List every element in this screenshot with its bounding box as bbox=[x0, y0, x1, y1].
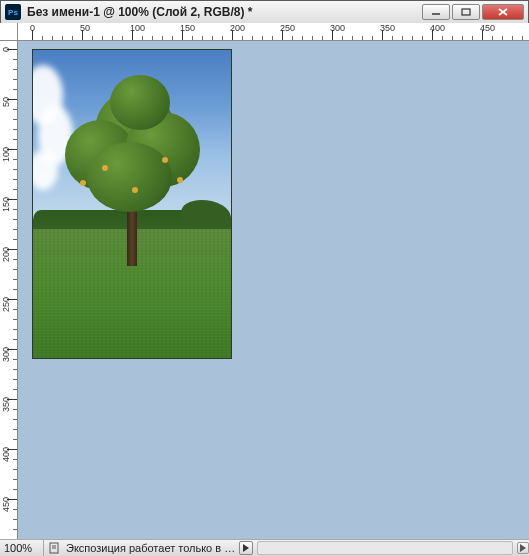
document-info-icon[interactable] bbox=[47, 541, 61, 555]
ruler-h-label: 300 bbox=[330, 23, 345, 33]
ruler-v-label: 300 bbox=[1, 347, 11, 362]
ruler-h-label: 100 bbox=[130, 23, 145, 33]
ruler-h-label: 0 bbox=[30, 23, 35, 33]
chevron-right-icon bbox=[520, 544, 526, 552]
ruler-v-label: 350 bbox=[1, 397, 11, 412]
ruler-h-label: 450 bbox=[480, 23, 495, 33]
titlebar[interactable]: Ps Без имени-1 @ 100% (Слой 2, RGB/8) * bbox=[1, 1, 528, 24]
zoom-level-field[interactable]: 100% bbox=[0, 540, 44, 556]
ruler-h-label: 50 bbox=[80, 23, 90, 33]
cloud-shape bbox=[32, 150, 58, 190]
horizontal-ruler[interactable]: 050100150200250300350400450 bbox=[18, 23, 529, 41]
ruler-h-label: 400 bbox=[430, 23, 445, 33]
vertical-ruler[interactable]: 050100150200250300350400450 bbox=[0, 41, 18, 539]
window-title: Без имени-1 @ 100% (Слой 2, RGB/8) * bbox=[25, 5, 422, 19]
ruler-v-label: 50 bbox=[1, 97, 11, 107]
horizontal-scrollbar[interactable] bbox=[257, 541, 513, 555]
placed-layer-image[interactable] bbox=[32, 49, 232, 359]
close-button[interactable] bbox=[482, 4, 524, 20]
ruler-v-label: 250 bbox=[1, 297, 11, 312]
scroll-right-button[interactable] bbox=[517, 542, 529, 554]
ruler-v-label: 0 bbox=[1, 47, 11, 52]
ruler-v-label: 100 bbox=[1, 147, 11, 162]
window-controls bbox=[422, 4, 528, 20]
close-icon bbox=[497, 7, 509, 17]
chevron-right-icon bbox=[243, 544, 249, 552]
photoshop-app-icon: Ps bbox=[5, 4, 21, 20]
ruler-h-label: 350 bbox=[380, 23, 395, 33]
document-window: Ps Без имени-1 @ 100% (Слой 2, RGB/8) * … bbox=[0, 0, 529, 556]
ruler-origin-corner[interactable] bbox=[0, 23, 18, 41]
status-bar: 100% Экспозиция работает только в … bbox=[0, 539, 529, 556]
ruler-v-label: 150 bbox=[1, 197, 11, 212]
svg-marker-8 bbox=[520, 544, 526, 552]
status-flyout-button[interactable] bbox=[239, 541, 253, 555]
canvas-area[interactable] bbox=[18, 41, 529, 539]
maximize-button[interactable] bbox=[452, 4, 480, 20]
maximize-icon bbox=[461, 8, 471, 16]
ruler-v-label: 200 bbox=[1, 247, 11, 262]
minimize-button[interactable] bbox=[422, 4, 450, 20]
svg-rect-1 bbox=[462, 9, 470, 15]
ruler-v-label: 450 bbox=[1, 497, 11, 512]
ruler-h-label: 250 bbox=[280, 23, 295, 33]
status-message: Экспозиция работает только в … bbox=[64, 542, 235, 554]
ruler-v-label: 400 bbox=[1, 447, 11, 462]
svg-marker-7 bbox=[243, 544, 249, 552]
tree-canopy bbox=[57, 75, 207, 225]
minimize-icon bbox=[431, 8, 441, 16]
ruler-h-label: 200 bbox=[230, 23, 245, 33]
ruler-h-label: 150 bbox=[180, 23, 195, 33]
